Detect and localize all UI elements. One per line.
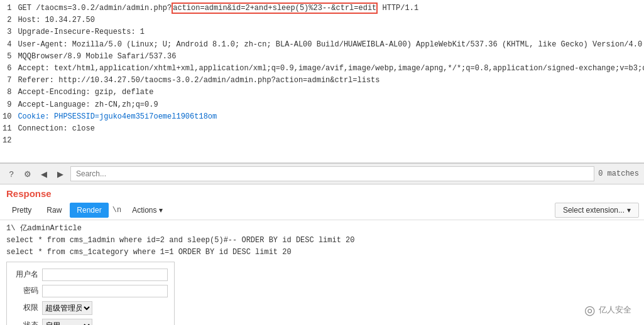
role-select[interactable]: 超级管理员 [42, 301, 92, 315]
status-label: 状态 [13, 319, 38, 325]
resp-line-1: 1\ 亿adminArticle [6, 223, 638, 235]
request-line-10: Cookie: PHPSESSID=jguko4em35i7oemel1906t… [18, 111, 641, 123]
request-line-1: GET /taocms=3.0.2/admin/admin.php?action… [18, 3, 641, 14]
role-label: 权限 [13, 302, 38, 314]
form-row-password: 密码 [13, 285, 168, 297]
tab-pretty[interactable]: Pretty [5, 203, 38, 218]
request-line-7: Referer: http://10.34.27.50/taocms-3.0.2… [18, 75, 641, 87]
select-extension-label: Select extension... [563, 206, 625, 215]
resp-line-3: select * from cms_1category where 1=1 OR… [6, 247, 638, 258]
tab-render[interactable]: Render [70, 203, 108, 218]
response-body: 1\ 亿adminArticle select * from cms_1admi… [0, 220, 644, 325]
line-numbers: 1 2 3 4 5 6 7 8 9 10 11 12 [0, 0, 15, 162]
line1-highlight: action=admin&id=2+and+sleep(5)%23--&ctrl… [172, 3, 378, 14]
watermark-icon: ◎ [584, 302, 595, 317]
forward-button[interactable]: ▶ [54, 168, 67, 180]
form-row-status: 状态 启用 [13, 319, 168, 325]
tabs-row: Pretty Raw Render \n Actions ▾ Select ex… [0, 200, 644, 220]
request-line-12 [18, 135, 641, 147]
request-panel: 1 2 3 4 5 6 7 8 9 10 11 12 GET /taocms=3… [0, 0, 644, 163]
password-input[interactable] [42, 285, 168, 297]
settings-button[interactable]: ⚙ [21, 168, 34, 180]
actions-button[interactable]: Actions ▾ [125, 203, 170, 218]
form-row-username: 用户名 [13, 269, 168, 281]
select-extension-button[interactable]: Select extension... ▾ [555, 203, 639, 218]
request-line-4: User-Agent: Mozilla/5.0 (Linux; U; Andro… [18, 39, 641, 51]
watermark-text: 亿人安全 [599, 304, 631, 316]
newline-label: \n [110, 205, 124, 216]
username-input[interactable] [42, 269, 168, 281]
username-label: 用户名 [13, 269, 38, 280]
line1-suffix: HTTP/1.1 [378, 4, 418, 13]
rendered-form: 用户名 密码 权限 超级管理员 状态 启用 提交 [6, 262, 175, 325]
tab-raw[interactable]: Raw [40, 203, 68, 218]
search-bar: ? ⚙ ◀ ▶ 0 matches [0, 163, 644, 184]
password-label: 密码 [13, 285, 38, 297]
search-input[interactable] [70, 166, 594, 181]
request-code: GET /taocms=3.0.2/admin/admin.php?action… [15, 0, 644, 162]
request-line-5: MQQBrowser/8.9 Mobile Safari/537.36 [18, 51, 641, 63]
response-section: Response Pretty Raw Render \n Actions ▾ … [0, 184, 644, 325]
request-line-8: Accept-Encoding: gzip, deflate [18, 87, 641, 99]
status-select[interactable]: 启用 [42, 319, 92, 325]
request-line-11: Connection: close [18, 123, 641, 135]
request-line-2: Host: 10.34.27.50 [18, 14, 641, 26]
request-line-6: Accept: text/html,application/xhtml+xml,… [18, 63, 641, 75]
resp-line-2: select * from cms_1admin where id=2 and … [6, 235, 638, 247]
back-button[interactable]: ◀ [38, 168, 50, 180]
chevron-down-icon: ▾ [627, 206, 631, 215]
watermark: ◎ 亿人安全 [584, 302, 631, 317]
request-line-9: Accept-Language: zh-CN,zh;q=0.9 [18, 99, 641, 111]
line1-prefix: GET /taocms=3.0.2/admin/admin.php? [18, 4, 172, 13]
form-row-role: 权限 超级管理员 [13, 301, 168, 315]
matches-count: 0 matches [598, 169, 639, 178]
response-title: Response [0, 184, 644, 200]
request-line-3: Upgrade-Insecure-Requests: 1 [18, 26, 641, 38]
help-button[interactable]: ? [5, 168, 18, 180]
